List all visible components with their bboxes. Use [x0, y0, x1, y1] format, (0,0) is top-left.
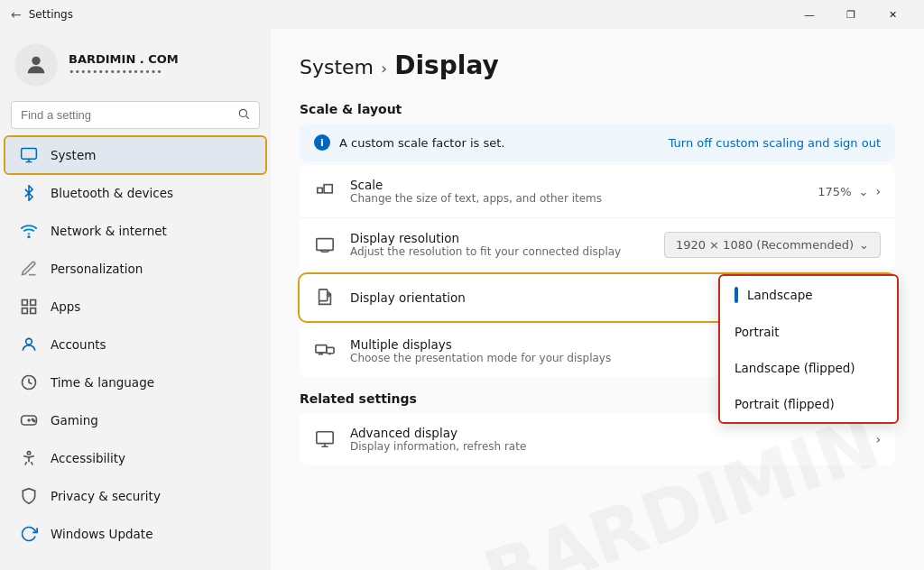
svg-rect-23 [317, 432, 333, 444]
sidebar-item-accounts[interactable]: Accounts [5, 326, 265, 363]
main-content: BARDIMIN System › Display Scale & layout… [271, 29, 924, 570]
scale-icon [314, 180, 336, 202]
search-icon [237, 107, 250, 123]
sidebar-label-personalization: Personalization [51, 262, 143, 276]
svg-point-4 [28, 236, 30, 238]
scale-value: 175% [818, 185, 851, 198]
advanced-display-desc: Display information, refresh rate [350, 440, 861, 453]
resolution-dropdown[interactable]: 1920 × 1080 (Recommended) ⌄ [664, 232, 881, 258]
breadcrumb: System [300, 56, 374, 78]
svg-rect-19 [317, 239, 333, 251]
scale-control[interactable]: 175% ⌄ › [818, 184, 881, 198]
personalization-icon [20, 260, 38, 278]
privacy-icon [20, 487, 38, 505]
resolution-value: 1920 × 1080 (Recommended) [676, 238, 854, 252]
option-portrait-flipped-label: Portrait (flipped) [735, 397, 835, 411]
svg-rect-7 [23, 308, 28, 314]
search-input[interactable] [21, 108, 230, 122]
minimize-button[interactable]: — [789, 0, 830, 29]
resolution-label: Display resolution [350, 231, 650, 245]
sidebar-item-bluetooth[interactable]: Bluetooth & devices [5, 175, 265, 211]
sidebar: BARDIMIN . COM •••••••••••••••• System B… [0, 29, 271, 570]
sidebar-label-system: System [51, 148, 96, 162]
scale-row[interactable]: Scale Change the size of text, apps, and… [300, 165, 895, 218]
banner-text: A custom scale factor is set. [339, 136, 504, 150]
close-button[interactable]: ✕ [872, 0, 913, 29]
resolution-row[interactable]: Display resolution Adjust the resolution… [300, 218, 895, 271]
svg-rect-8 [31, 308, 36, 314]
sidebar-label-gaming: Gaming [51, 413, 98, 428]
sidebar-item-update[interactable]: Windows Update [5, 516, 265, 552]
titlebar-title: Settings [29, 8, 73, 21]
resolution-control[interactable]: 1920 × 1080 (Recommended) ⌄ [664, 232, 881, 258]
sidebar-label-accounts: Accounts [51, 337, 106, 352]
sidebar-item-time[interactable]: Time & language [5, 364, 265, 400]
search-box[interactable] [11, 101, 260, 129]
sidebar-item-gaming[interactable]: Gaming [5, 402, 265, 438]
time-icon [20, 373, 38, 391]
back-button[interactable]: ← [11, 7, 22, 22]
option-landscape[interactable]: Landscape [720, 276, 897, 314]
gaming-icon [20, 411, 38, 429]
option-landscape-label: Landscape [747, 288, 813, 302]
scale-banner: i A custom scale factor is set. Turn off… [300, 124, 895, 161]
option-portrait[interactable]: Portrait [720, 314, 897, 350]
orientation-icon [314, 287, 336, 308]
sidebar-item-personalization[interactable]: Personalization [5, 251, 265, 287]
app-container: BARDIMIN . COM •••••••••••••••• System B… [0, 29, 924, 570]
selected-indicator [735, 287, 738, 303]
user-section: BARDIMIN . COM •••••••••••••••• [0, 29, 271, 97]
svg-point-9 [26, 338, 32, 345]
option-portrait-label: Portrait [735, 325, 780, 339]
info-icon: i [314, 134, 330, 151]
breadcrumb-arrow: › [381, 59, 387, 78]
sidebar-label-privacy: Privacy & security [51, 489, 161, 503]
advanced-display-label: Advanced display [350, 426, 861, 440]
resolution-icon [314, 234, 336, 255]
update-icon [20, 525, 38, 543]
resolution-text: Display resolution Adjust the resolution… [350, 231, 650, 258]
custom-scaling-link[interactable]: Turn off custom scaling and sign out [669, 136, 881, 150]
sidebar-item-apps[interactable]: Apps [5, 289, 265, 325]
svg-point-1 [239, 109, 246, 116]
svg-point-15 [33, 420, 35, 422]
svg-rect-20 [319, 290, 328, 301]
option-landscape-flipped[interactable]: Landscape (flipped) [720, 350, 897, 386]
advanced-display-chevron: › [875, 432, 881, 446]
resolution-dropdown-chevron: ⌄ [859, 238, 869, 252]
page-title: Display [394, 51, 498, 80]
svg-line-2 [246, 116, 249, 119]
orientation-container: Display orientation Landscape Portrait L… [300, 274, 895, 321]
avatar [14, 43, 58, 87]
svg-rect-21 [316, 345, 327, 353]
sidebar-item-accessibility[interactable]: Accessibility [5, 440, 265, 476]
sidebar-label-time: Time & language [51, 375, 154, 390]
scale-chevron-icon: › [875, 184, 881, 198]
sidebar-label-accessibility: Accessibility [51, 451, 125, 465]
svg-rect-17 [318, 188, 323, 193]
sidebar-item-privacy[interactable]: Privacy & security [5, 478, 265, 514]
svg-rect-6 [31, 300, 36, 306]
system-icon [20, 146, 38, 164]
scale-text: Scale Change the size of text, apps, and… [350, 178, 803, 205]
accessibility-icon [20, 449, 38, 467]
bluetooth-icon [20, 184, 38, 202]
accounts-icon [20, 336, 38, 354]
scale-desc: Change the size of text, apps, and other… [350, 192, 803, 205]
option-portrait-flipped[interactable]: Portrait (flipped) [720, 386, 897, 422]
sidebar-label-network: Network & internet [51, 224, 167, 238]
svg-point-0 [32, 57, 40, 65]
sidebar-item-network[interactable]: Network & internet [5, 213, 265, 249]
page-header: System › Display [300, 51, 895, 80]
maximize-button[interactable]: ❐ [830, 0, 872, 29]
sidebar-item-system[interactable]: System [5, 137, 265, 173]
titlebar-controls: — ❐ ✕ [789, 0, 913, 29]
orientation-dropdown-menu: Landscape Portrait Landscape (flipped) P… [718, 274, 899, 424]
advanced-display-control: › [875, 432, 881, 446]
resolution-desc: Adjust the resolution to fit your connec… [350, 245, 650, 258]
network-icon [20, 222, 38, 240]
scale-layout-title: Scale & layout [300, 102, 895, 116]
multiple-displays-icon [314, 340, 336, 362]
sidebar-label-apps: Apps [51, 299, 80, 314]
advanced-display-text: Advanced display Display information, re… [350, 426, 861, 453]
